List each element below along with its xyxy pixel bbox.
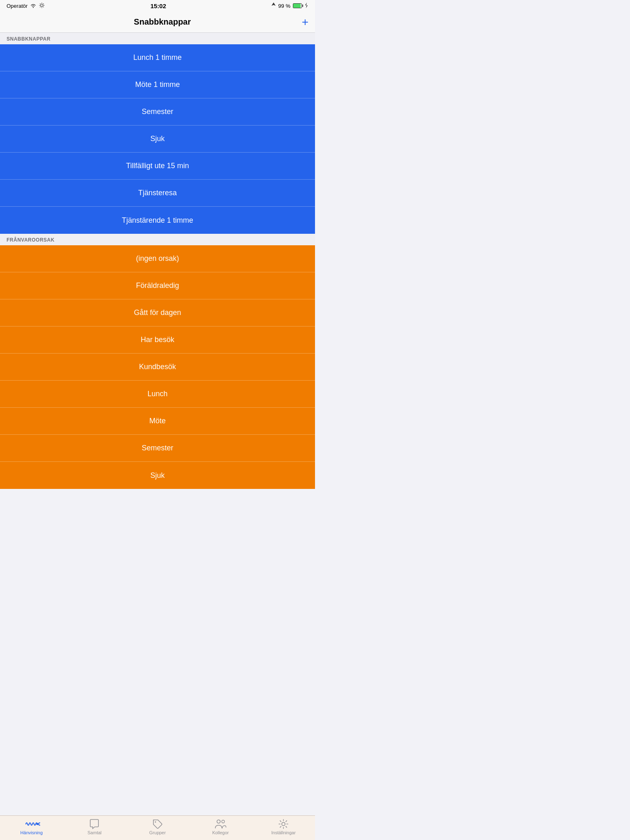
list-item[interactable]: Föräldraledig — [0, 272, 315, 299]
list-item[interactable]: Sjuk — [0, 462, 315, 489]
carrier-label: Operatör — [7, 3, 27, 9]
battery-icon — [293, 3, 302, 8]
status-right: 99 % — [272, 2, 308, 9]
svg-line-9 — [40, 7, 41, 7]
add-button[interactable]: + — [302, 16, 308, 28]
list-item[interactable]: Lunch 1 timme — [0, 44, 315, 71]
list-item[interactable]: Kundbesök — [0, 354, 315, 381]
list-item[interactable]: Semester — [0, 98, 315, 126]
svg-marker-11 — [305, 2, 308, 8]
list-item[interactable]: Möte 1 timme — [0, 71, 315, 98]
brightness-icon — [39, 2, 45, 9]
list-item[interactable]: Tillfälligt ute 15 min — [0, 153, 315, 180]
charging-icon — [304, 2, 308, 9]
svg-line-7 — [43, 7, 44, 7]
section-header-snabbknappar: SNABBKNAPPAR — [0, 33, 315, 44]
list-item[interactable]: Gått för dagen — [0, 299, 315, 326]
svg-line-6 — [40, 3, 41, 4]
status-time: 15:02 — [151, 2, 166, 9]
status-bar: Operatör 15:02 — [0, 0, 315, 11]
list-item[interactable]: Möte — [0, 408, 315, 435]
battery-percent: 99 % — [278, 3, 290, 9]
list-item[interactable]: Har besök — [0, 326, 315, 354]
svg-point-0 — [33, 7, 34, 7]
page-title: Snabbknappar — [134, 17, 191, 27]
content-area: SNABBKNAPPAR Lunch 1 timme Möte 1 timme … — [0, 33, 315, 514]
location-icon — [272, 2, 276, 9]
franvaroorsak-list: (ingen orsak) Föräldraledig Gått för dag… — [0, 245, 315, 489]
list-item[interactable]: (ingen orsak) — [0, 245, 315, 272]
list-item[interactable]: Tjänstärende 1 timme — [0, 207, 315, 234]
status-left: Operatör — [7, 2, 45, 9]
svg-marker-10 — [272, 2, 276, 6]
wifi-icon — [30, 3, 37, 9]
svg-point-1 — [41, 4, 43, 7]
svg-line-8 — [43, 3, 44, 4]
nav-bar: Snabbknappar + — [0, 11, 315, 33]
snabbknappar-list: Lunch 1 timme Möte 1 timme Semester Sjuk… — [0, 44, 315, 234]
list-item[interactable]: Lunch — [0, 381, 315, 408]
list-item[interactable]: Tjänsteresa — [0, 180, 315, 207]
list-item[interactable]: Semester — [0, 435, 315, 462]
list-item[interactable]: Sjuk — [0, 126, 315, 153]
section-header-franvaroorsak: FRÅNVAROORSAK — [0, 234, 315, 245]
